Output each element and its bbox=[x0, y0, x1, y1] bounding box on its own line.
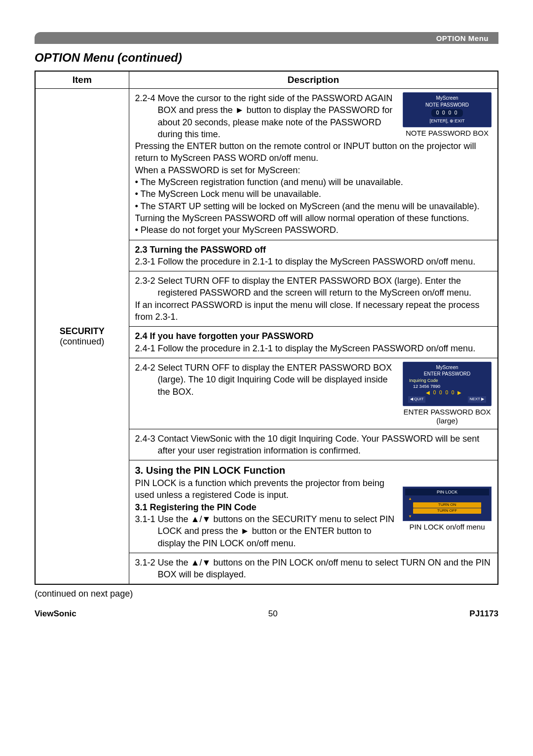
item-sublabel: (continued) bbox=[36, 337, 129, 347]
col-item: Item bbox=[35, 71, 129, 89]
footer-page: 50 bbox=[268, 609, 278, 619]
bullet-2: • The MyScreen Lock menu will be unavail… bbox=[135, 188, 492, 200]
bullet-4: • Please do not forget your MyScreen PAS… bbox=[135, 224, 492, 236]
section-23: 2.3 Turning the PASSWORD off 2.3-1 Follo… bbox=[129, 240, 498, 272]
description-cell: MyScreen NOTE PASSWORD 0 0 0 0 [ENTER], … bbox=[129, 89, 498, 585]
text-224: Move the cursor to the right side of the… bbox=[158, 93, 393, 139]
section-224: MyScreen NOTE PASSWORD 0 0 0 0 [ENTER], … bbox=[129, 89, 498, 240]
footer-model: PJ1173 bbox=[469, 609, 498, 619]
heading-23: 2.3 Turning the PASSWORD off bbox=[135, 244, 492, 256]
section-3: PIN LOCK ▲ TURN ON TURN OFF ▼ PIN LOCK o… bbox=[129, 460, 498, 553]
text-311: Use the ▲/▼ buttons on the SECURITY menu… bbox=[158, 514, 395, 548]
osd-enter-password: MyScreen ENTER PASSWORD Inquiring Code 1… bbox=[403, 362, 492, 406]
header-bar: OPTION Menu bbox=[35, 32, 498, 44]
text-312: Use the ▲/▼ buttons on the PIN LOCK on/o… bbox=[158, 558, 491, 579]
osd-pin-lock: PIN LOCK ▲ TURN ON TURN OFF ▼ bbox=[403, 487, 492, 521]
bullet-1: • The MyScreen registration function (an… bbox=[135, 176, 492, 188]
osd-note-password: MyScreen NOTE PASSWORD 0 0 0 0 [ENTER], … bbox=[403, 92, 492, 127]
bullet-3: • The START UP setting will be locked on… bbox=[135, 200, 492, 212]
enter-password-box-figure: MyScreen ENTER PASSWORD Inquiring Code 1… bbox=[403, 362, 492, 425]
option-table: Item Description SECURITY (continued) My… bbox=[35, 71, 498, 585]
section-24: 2.4 If you have forgotten your PASSWORD … bbox=[129, 327, 498, 358]
footer-brand: ViewSonic bbox=[35, 609, 76, 619]
note-password-caption: NOTE PASSWORD BOX bbox=[403, 129, 492, 138]
text-224-p3: When a PASSWORD is set for MyScreen: bbox=[135, 164, 492, 176]
item-cell: SECURITY (continued) bbox=[35, 89, 129, 585]
page-title: OPTION Menu (continued) bbox=[35, 51, 498, 65]
section-312: 3.1-2 Use the ▲/▼ buttons on the PIN LOC… bbox=[129, 553, 498, 584]
heading-24: 2.4 If you have forgotten your PASSWORD bbox=[135, 330, 492, 342]
text-243: Contact ViewSonic with the 10 digit Inqu… bbox=[158, 434, 480, 455]
section-243: 2.4-3 Contact ViewSonic with the 10 digi… bbox=[129, 429, 498, 461]
text-231: Follow the procedure in 2.1-1 to display… bbox=[158, 257, 476, 266]
text-232: Select TURN OFF to display the ENTER PAS… bbox=[158, 276, 472, 298]
note-password-box-figure: MyScreen NOTE PASSWORD 0 0 0 0 [ENTER], … bbox=[403, 92, 492, 138]
text-224-p2: Pressing the ENTER button on the remote … bbox=[135, 140, 492, 164]
continued-note: (continued on next page) bbox=[35, 589, 498, 599]
text-232-p2: If an incorrect PASSWORD is input the me… bbox=[135, 299, 492, 323]
text-241: Follow the procedure in 2.1-1 to display… bbox=[158, 343, 476, 353]
pin-lock-caption: PIN LOCK on/off menu bbox=[403, 523, 492, 531]
item-label: SECURITY bbox=[36, 326, 129, 337]
text-242: Select TURN OFF to display the ENTER PAS… bbox=[158, 363, 392, 397]
footer: ViewSonic 50 PJ1173 bbox=[35, 609, 498, 619]
text-224-p4: Turning the MyScreen PASSWORD off will a… bbox=[135, 212, 492, 224]
section-242: MyScreen ENTER PASSWORD Inquiring Code 1… bbox=[129, 358, 498, 429]
heading-3: 3. Using the PIN LOCK Function bbox=[135, 464, 492, 477]
header-menu-label: OPTION Menu bbox=[436, 34, 489, 42]
section-232: 2.3-2 Select TURN OFF to display the ENT… bbox=[129, 271, 498, 327]
pin-lock-menu-figure: PIN LOCK ▲ TURN ON TURN OFF ▼ PIN LOCK o… bbox=[403, 487, 492, 531]
col-desc: Description bbox=[129, 71, 498, 89]
enter-password-caption: ENTER PASSWORD BOX (large) bbox=[403, 408, 492, 425]
